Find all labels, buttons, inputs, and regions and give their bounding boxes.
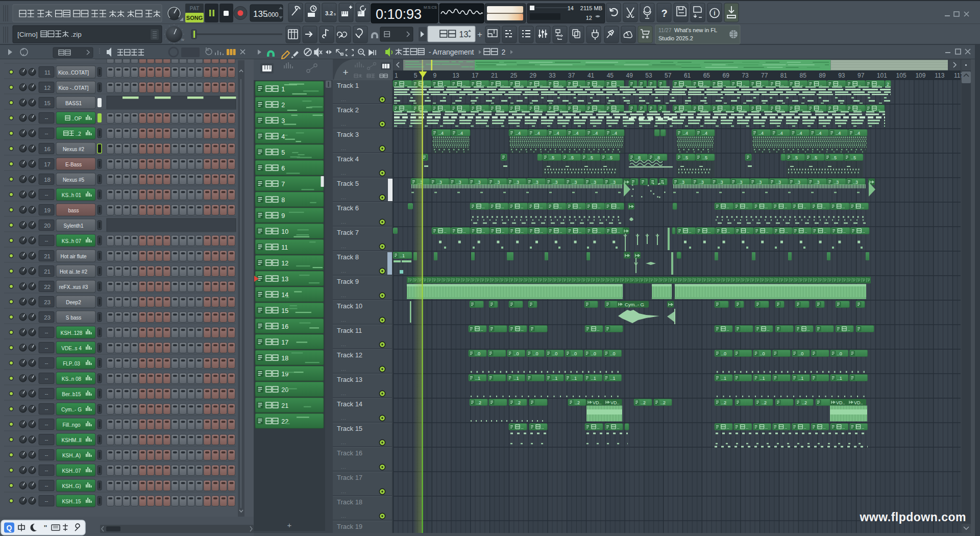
svg-text:..0: ..0	[837, 351, 842, 356]
svg-text:13: 13	[459, 30, 469, 39]
svg-text:VD..: VD..	[593, 400, 602, 405]
svg-text:Track 2: Track 2	[337, 106, 359, 114]
svg-text:..: ..	[482, 229, 485, 234]
svg-text:..: ..	[765, 425, 768, 430]
svg-text:Track 3: Track 3	[337, 131, 359, 138]
svg-text:..: ..	[463, 82, 465, 87]
svg-text:..: ..	[542, 425, 544, 430]
svg-text:5: 5	[414, 72, 418, 79]
svg-text:S bass: S bass	[66, 315, 82, 321]
svg-text:..1: ..1	[591, 376, 596, 381]
svg-text:69: 69	[723, 72, 730, 79]
svg-text:49: 49	[626, 72, 633, 79]
svg-text:..: ..	[723, 82, 726, 87]
svg-text:..3: ..3	[495, 180, 500, 185]
svg-text:17: 17	[281, 339, 288, 346]
svg-text:..: ..	[521, 106, 523, 111]
svg-text:..5: ..5	[831, 155, 837, 160]
svg-text:..0: ..0	[572, 351, 577, 356]
svg-text:--: --	[45, 483, 48, 489]
svg-text:13: 13	[452, 72, 459, 79]
svg-text:BASS1: BASS1	[65, 101, 82, 106]
svg-text:..: ..	[839, 106, 842, 111]
svg-text:..: ..	[781, 82, 783, 87]
svg-text:...: ...	[341, 220, 347, 225]
svg-text:?: ?	[661, 8, 667, 19]
svg-text:Q: Q	[7, 524, 12, 532]
svg-text:..3: ..3	[815, 180, 820, 185]
svg-text:0:10:93: 0:10:93	[376, 7, 422, 22]
svg-text:..: ..	[862, 204, 864, 209]
svg-text:..: ..	[800, 106, 803, 111]
svg-text:..: ..	[482, 82, 485, 87]
svg-text:..: ..	[444, 229, 447, 234]
svg-text:77: 77	[761, 72, 768, 79]
svg-text:9: 9	[281, 212, 285, 220]
svg-text:..: ..	[723, 106, 726, 111]
svg-text:..: ..	[807, 327, 810, 332]
svg-text:..: ..	[820, 82, 822, 87]
svg-text:..: ..	[762, 106, 765, 111]
svg-text:..2: ..2	[802, 400, 807, 405]
svg-text:..: ..	[785, 204, 787, 209]
svg-text:..0: ..0	[591, 351, 596, 356]
svg-text:...: ...	[341, 514, 347, 519]
svg-text:--: --	[45, 131, 48, 136]
svg-text:..1: ..1	[400, 253, 405, 258]
svg-text:Hot ai..te #2: Hot ai..te #2	[60, 269, 87, 275]
svg-text:..0: ..0	[514, 351, 519, 356]
svg-text:--: --	[45, 360, 48, 366]
svg-text:bass: bass	[68, 208, 79, 213]
svg-text:..: ..	[877, 106, 880, 111]
svg-text:..: ..	[859, 82, 861, 87]
svg-text:..1: ..1	[514, 376, 519, 381]
svg-text:--: --	[45, 437, 48, 443]
svg-text:..4: ..4	[612, 131, 617, 136]
svg-text:..: ..	[521, 82, 523, 87]
svg-text:..: ..	[617, 106, 620, 111]
svg-text:VD..: VD..	[854, 400, 863, 405]
svg-text:..: ..	[598, 229, 601, 234]
svg-text:VD..: VD..	[836, 400, 845, 405]
svg-text:..: ..	[704, 106, 706, 111]
svg-text:..: ..	[444, 106, 446, 111]
svg-text:..5: ..5	[812, 155, 817, 160]
svg-text:..: ..	[559, 106, 562, 111]
svg-text:...: ...	[341, 318, 347, 323]
svg-text:..: ..	[762, 82, 765, 87]
svg-text:..2: ..2	[76, 131, 82, 137]
svg-text:..: ..	[765, 204, 768, 209]
svg-text:w: w	[181, 37, 184, 42]
svg-text:..: ..	[727, 425, 729, 430]
svg-text:53: 53	[645, 72, 652, 79]
svg-text:..: ..	[579, 82, 581, 87]
svg-text:Track 6: Track 6	[337, 204, 359, 212]
svg-text:19: 19	[44, 207, 51, 213]
svg-text:..: ..	[843, 229, 846, 234]
svg-text:--: --	[45, 498, 48, 504]
svg-text:2: 2	[281, 102, 285, 109]
svg-text:..: ..	[877, 82, 880, 87]
svg-text:...: ...	[341, 293, 347, 298]
svg-text:3: 3	[281, 117, 285, 125]
svg-text:97: 97	[857, 72, 865, 79]
svg-text:Hot air flute: Hot air flute	[60, 254, 87, 259]
svg-text:..: ..	[502, 229, 504, 234]
svg-text:..8: ..8	[635, 155, 641, 160]
svg-text:..: ..	[501, 106, 504, 111]
svg-text:..3: ..3	[610, 180, 616, 185]
svg-text:..: ..	[862, 425, 864, 430]
svg-text:..: ..	[839, 82, 842, 87]
svg-text:..3: ..3	[437, 180, 442, 185]
svg-text:KSH..A): KSH..A)	[62, 453, 81, 458]
svg-text:KSHM..ll: KSHM..ll	[62, 437, 82, 443]
svg-text:--: --	[45, 422, 48, 427]
svg-text:..4: ..4	[516, 131, 521, 136]
svg-text:2: 2	[501, 48, 505, 56]
svg-text:..0: ..0	[475, 351, 480, 356]
svg-text:..4: ..4	[535, 131, 540, 136]
svg-text:65: 65	[703, 72, 710, 79]
svg-text:45: 45	[607, 72, 614, 79]
svg-text:..3: ..3	[679, 180, 684, 185]
svg-text:s: s	[334, 12, 336, 16]
